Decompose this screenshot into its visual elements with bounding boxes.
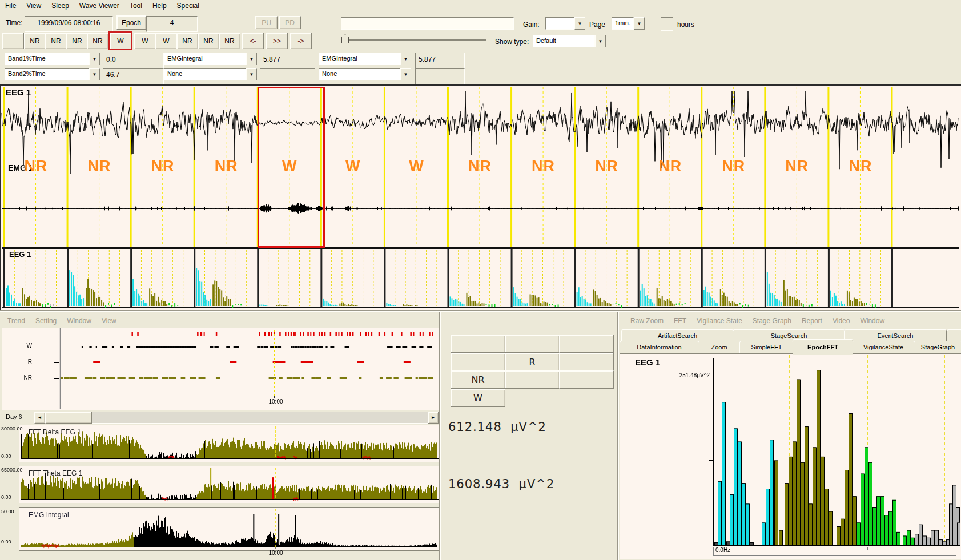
hypnogram-canvas[interactable]	[2, 328, 437, 409]
tab-zoom[interactable]: Zoom	[698, 341, 741, 353]
band-value-box-1: 0.0	[103, 53, 164, 70]
state-grid-button-2-1[interactable]	[505, 370, 560, 389]
state-grid-button-3-0[interactable]: W	[451, 389, 505, 407]
band-measure2-dropdown-arrow-icon[interactable]: ▼	[246, 53, 257, 65]
epochfft-xaxis-label: 0.0Hz	[715, 547, 730, 553]
analysis-menu-fft[interactable]: FFT	[669, 315, 691, 327]
stage-button-8[interactable]: NR	[198, 33, 219, 49]
emg-integral-canvas[interactable]	[19, 508, 439, 549]
stage-button-0[interactable]: NR	[24, 33, 46, 49]
tab-stub[interactable]	[947, 329, 961, 342]
analysis-menu-vigilance-state[interactable]: Vigilance State	[691, 315, 747, 327]
trend-menu-trend[interactable]: Trend	[2, 315, 30, 327]
state-grid-button-0-1[interactable]	[505, 335, 560, 353]
band-measure1-dropdown-arrow-icon[interactable]: ▼	[89, 68, 100, 80]
stage-button-7[interactable]: NR	[176, 33, 198, 49]
band-m1-value-box-1: 5.877	[260, 53, 315, 70]
tab-eventsearch[interactable]: EventSearch	[844, 329, 947, 342]
nav-button-2[interactable]: ->	[290, 33, 312, 49]
stage-button-1[interactable]: NR	[45, 33, 67, 49]
menu-item-help[interactable]: Help	[147, 0, 172, 11]
trend-menu-setting[interactable]: Setting	[30, 315, 62, 327]
page-dropdown-arrow-icon[interactable]: ▼	[634, 17, 645, 30]
band-measure3-dropdown-arrow-icon[interactable]: ▼	[400, 68, 411, 80]
stage-button-6[interactable]: W	[155, 33, 177, 49]
time-label: Time:	[6, 19, 23, 27]
blank-stage-button[interactable]	[2, 33, 24, 49]
state-grid-button-2-2[interactable]	[559, 370, 614, 389]
analysis-menu-report[interactable]: Report	[797, 315, 827, 327]
band-measure2-combobox-row2[interactable]: None▼	[164, 68, 257, 80]
menu-item-tool[interactable]: Tool	[124, 0, 147, 11]
band-measure1-combobox-row1[interactable]: Band1%Time▼	[5, 53, 100, 65]
band-value-box-2: 46.7	[103, 68, 164, 85]
gain-combobox[interactable]: ▼	[545, 17, 585, 30]
annotation-field[interactable]	[341, 17, 514, 30]
position-slider-track[interactable]	[343, 39, 486, 41]
analysis-menu-window[interactable]: Window	[855, 315, 890, 327]
epoch-value-field[interactable]: 4	[146, 16, 198, 32]
band-measure3-dropdown-arrow-icon[interactable]: ▼	[400, 53, 411, 65]
stage-button-5[interactable]: W	[134, 33, 156, 49]
day-scroll-left-button[interactable]: ◄	[34, 412, 45, 424]
menu-item-file[interactable]: File	[0, 0, 21, 11]
trend-menu-window[interactable]: Window	[62, 315, 96, 327]
menu-item-sleep[interactable]: Sleep	[46, 0, 74, 11]
eeg-channel-label: EEG 1	[6, 87, 31, 97]
pu-button[interactable]: PU	[255, 16, 278, 29]
band-measure2-combobox-row1[interactable]: EMGIntegral▼	[164, 53, 257, 65]
day-scrollbar-track[interactable]	[34, 412, 439, 424]
tab-epochfft[interactable]: EpochFFT	[793, 339, 853, 354]
pd-button[interactable]: PD	[279, 16, 301, 29]
page-combobox[interactable]: 1min. ▼	[612, 17, 645, 30]
state-grid-button-2-0[interactable]: NR	[451, 370, 505, 389]
day-scrollbar-thumb[interactable]	[45, 412, 92, 424]
show-type-combobox[interactable]: Default ▼	[533, 35, 606, 47]
tab-stagegraph[interactable]: StageGraph	[914, 341, 961, 353]
analysis-menu-raw-zoom[interactable]: Raw Zoom	[625, 315, 669, 327]
stage-button-3[interactable]: NR	[87, 33, 108, 49]
epoch-stage-label-9: NR	[575, 158, 639, 175]
band-measure3-combobox-row1[interactable]: EMGIntegral▼	[319, 53, 411, 65]
tab-datainformation[interactable]: DataInformation	[620, 341, 699, 353]
nav-button-0[interactable]: <-	[242, 33, 264, 49]
time-field[interactable]: 1999/09/06 08:00:16	[25, 16, 113, 32]
fft-delta-canvas[interactable]	[19, 425, 439, 461]
epoch-button[interactable]: Epoch	[116, 15, 146, 30]
analysis-menu-stage-graph[interactable]: Stage Graph	[747, 315, 797, 327]
stage-button-9[interactable]: NR	[219, 33, 240, 49]
day-scroll-right-button[interactable]: ►	[428, 412, 439, 424]
band-measure1-combobox-row2[interactable]: Band2%Time▼	[5, 68, 100, 80]
delta-min-label: 0.00	[1, 453, 11, 459]
wave-display-canvas[interactable]	[0, 84, 961, 310]
band-measure1-value-row1: Band1%Time	[5, 53, 89, 65]
analysis-menu-video[interactable]: Video	[827, 315, 855, 327]
page-label: Page	[589, 21, 605, 29]
band-measure1-dropdown-arrow-icon[interactable]: ▼	[89, 53, 100, 65]
position-slider-thumb[interactable]	[341, 34, 349, 43]
stage-button-4[interactable]: W	[110, 33, 131, 49]
tab-artifactsearch[interactable]: ArtifactSearch	[621, 329, 734, 342]
hours-field[interactable]	[661, 17, 673, 31]
menu-item-view[interactable]: View	[21, 0, 46, 11]
emg-panel-title: EMG Integral	[29, 511, 69, 519]
band-measure2-dropdown-arrow-icon[interactable]: ▼	[246, 68, 257, 80]
trend-menu-view[interactable]: View	[96, 315, 122, 327]
band-measure3-combobox-row2[interactable]: None▼	[319, 68, 411, 80]
gain-dropdown-arrow-icon[interactable]: ▼	[574, 17, 585, 30]
band-measure3-value-row2: None	[319, 68, 400, 80]
show-type-dropdown-arrow-icon[interactable]: ▼	[595, 35, 606, 47]
menu-item-wave-viewer[interactable]: Wave Viewer	[74, 0, 124, 11]
state-grid-button-1-1[interactable]: R	[505, 353, 560, 371]
analysis-menubar: Raw ZoomFFTVigilance StateStage GraphRep…	[625, 315, 959, 327]
tab-simplefft[interactable]: SimpleFFT	[739, 341, 794, 353]
stage-button-2[interactable]: NR	[66, 33, 88, 49]
menu-item-special[interactable]: Special	[172, 0, 204, 11]
epoch-stage-label-3: NR	[194, 158, 258, 175]
state-grid-button-1-0[interactable]	[451, 353, 505, 371]
state-grid-button-1-2[interactable]	[559, 353, 614, 371]
nav-button-1[interactable]: >>	[266, 33, 288, 49]
state-grid-button-0-2[interactable]	[559, 335, 614, 353]
state-grid-button-0-0[interactable]	[451, 335, 505, 353]
tab-vigilancestate[interactable]: VigilanceState	[852, 341, 915, 353]
